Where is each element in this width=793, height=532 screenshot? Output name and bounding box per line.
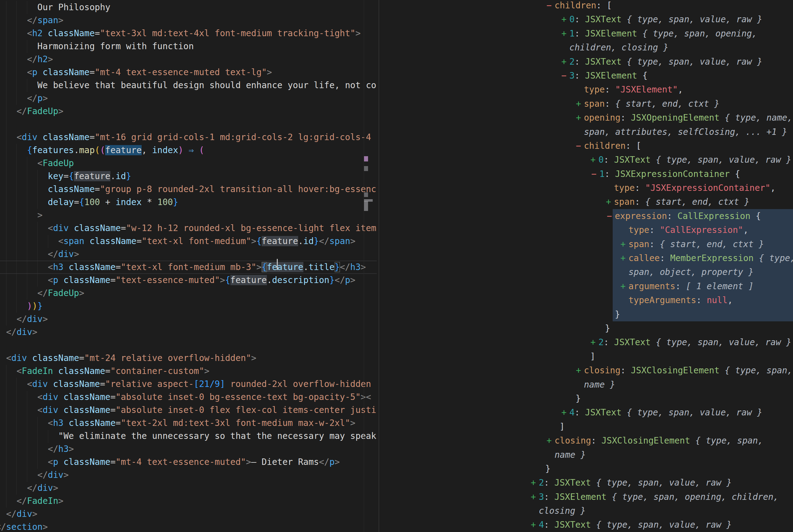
- ast-line-30[interactable]: +4: JSXText { type, span, value, raw }: [379, 405, 793, 419]
- tree-expand-toggle[interactable]: +: [576, 363, 584, 377]
- ast-line-29[interactable]: }: [379, 392, 793, 405]
- ast-line-24[interactable]: }: [379, 321, 793, 335]
- code-line-17[interactable]: >: [0, 209, 377, 222]
- code-line-32[interactable]: <div className="absolute inset-0 flex fl…: [0, 404, 377, 417]
- tree-collapse-toggle[interactable]: −: [591, 167, 599, 181]
- ast-line-selected-20[interactable]: span, object, property }: [379, 265, 793, 279]
- code-editor-content[interactable]: Our Philosophy </span> <h2 className="te…: [0, 0, 377, 532]
- ast-line-selected-21[interactable]: +arguments: [ 1 element ]: [379, 279, 793, 293]
- code-line-4[interactable]: Harmonizing form with function: [0, 40, 377, 53]
- ast-line-selected-18[interactable]: +span: { start, end, ctxt }: [379, 237, 793, 251]
- ast-line-selected-22[interactable]: typeArguments: null,: [379, 293, 793, 307]
- tree-collapse-toggle[interactable]: −: [576, 139, 584, 153]
- tree-expand-toggle[interactable]: +: [591, 153, 598, 167]
- ast-line-25[interactable]: +2: JSXText { type, span, value, raw }: [379, 335, 793, 349]
- tree-expand-toggle[interactable]: +: [620, 279, 628, 293]
- code-line-9[interactable]: </FadeUp>: [0, 105, 377, 118]
- code-line-23[interactable]: </FadeUp>: [0, 287, 377, 300]
- code-line-10[interactable]: [0, 118, 377, 131]
- ast-line-13[interactable]: −1: JSXExpressionContainer {: [379, 167, 793, 181]
- ast-line-selected-19[interactable]: +callee: MemberExpression { type,: [379, 251, 793, 265]
- code-line-12[interactable]: {features.map((feature, index) ⇒ (: [0, 144, 377, 157]
- ast-line-4[interactable]: children, closing }: [379, 40, 793, 54]
- tree-expand-toggle[interactable]: +: [561, 405, 569, 419]
- ast-line-32[interactable]: +closing: JSXClosingElement { type, span…: [379, 434, 793, 448]
- ast-line-7[interactable]: type: "JSXElement",: [379, 82, 793, 96]
- tree-collapse-toggle[interactable]: −: [561, 69, 569, 82]
- code-line-35[interactable]: </h3>: [0, 443, 377, 456]
- tree-expand-toggle[interactable]: +: [591, 335, 598, 349]
- ast-line-8[interactable]: +span: { start, end, ctxt }: [379, 97, 793, 111]
- ast-line-2[interactable]: +0: JSXText { type, span, value, raw }: [379, 12, 793, 26]
- ast-line-selected-17[interactable]: type: "CallExpression",: [379, 223, 793, 237]
- code-line-40[interactable]: </div>: [0, 508, 377, 520]
- ast-line-1[interactable]: −children: [: [379, 0, 793, 12]
- tree-expand-toggle[interactable]: +: [620, 237, 628, 251]
- current-line[interactable]: <h3 className="text-xl font-medium mb-3"…: [0, 261, 377, 274]
- ast-line-9[interactable]: +opening: JSXOpeningElement { type, name…: [379, 111, 793, 125]
- ast-line-11[interactable]: −children: [: [379, 139, 793, 153]
- ast-line-33[interactable]: name }: [379, 448, 793, 462]
- code-line-18[interactable]: <div className="w-12 h-12 rounded-xl bg-…: [0, 222, 377, 235]
- code-line-20[interactable]: </div>: [0, 248, 377, 261]
- code-line-29[interactable]: <FadeIn className="container-custom">: [0, 365, 377, 378]
- tree-collapse-toggle[interactable]: −: [607, 209, 615, 223]
- ast-line-6[interactable]: −3: JSXElement {: [379, 69, 793, 82]
- code-line-11[interactable]: <div className="mt-16 grid grid-cols-1 m…: [0, 131, 377, 144]
- ast-tree-pane[interactable]: −children: [+0: JSXText { type, span, va…: [379, 0, 793, 532]
- ast-line-12[interactable]: +0: JSXText { type, span, value, raw }: [379, 153, 793, 167]
- ast-line-26[interactable]: ]: [379, 349, 793, 363]
- tree-expand-toggle[interactable]: +: [531, 518, 539, 532]
- tree-expand-toggle[interactable]: +: [576, 111, 584, 125]
- ast-line-36[interactable]: +3: JSXElement { type, span, opening, ch…: [379, 490, 793, 504]
- ast-line-3[interactable]: +1: JSXElement { type, span, opening,: [379, 26, 793, 40]
- ast-line-14[interactable]: type: "JSXExpressionContainer",: [379, 181, 793, 195]
- ast-line-27[interactable]: +closing: JSXClosingElement { type, span…: [379, 363, 793, 377]
- tree-expand-toggle[interactable]: +: [606, 195, 614, 209]
- ast-line-34[interactable]: }: [379, 462, 793, 476]
- tree-expand-toggle[interactable]: +: [576, 97, 584, 111]
- code-line-28[interactable]: <div className="mt-24 relative overflow-…: [0, 352, 377, 365]
- ast-line-38[interactable]: +4: JSXText { type, span, value, raw }: [379, 518, 793, 532]
- code-line-33[interactable]: <h3 className="text-2xl md:text-3xl font…: [0, 417, 377, 430]
- code-line-27[interactable]: [0, 339, 377, 352]
- code-line-5[interactable]: </h2>: [0, 53, 377, 66]
- code-line-41[interactable]: </section>: [0, 520, 377, 532]
- code-line-25[interactable]: </div>: [0, 313, 377, 326]
- code-line-13[interactable]: <FadeUp: [0, 157, 377, 170]
- code-line-30[interactable]: <div className="relative aspect-[21/9] r…: [0, 378, 377, 391]
- ast-line-31[interactable]: ]: [379, 420, 793, 434]
- code-editor-pane[interactable]: Our Philosophy </span> <h2 className="te…: [0, 0, 379, 532]
- code-line-2[interactable]: </span>: [0, 14, 377, 27]
- code-line-19[interactable]: <span className="text-xl font-medium">{f…: [0, 235, 377, 248]
- code-line-16[interactable]: delay={100 + index * 100}: [0, 196, 377, 209]
- code-line-6[interactable]: <p className="mt-4 text-essence-muted te…: [0, 66, 377, 79]
- code-line-26[interactable]: </div>: [0, 326, 377, 339]
- code-line-3[interactable]: <h2 className="text-3xl md:text-4xl font…: [0, 27, 377, 40]
- ast-line-15[interactable]: +span: { start, end, ctxt }: [379, 195, 793, 209]
- tree-expand-toggle[interactable]: +: [561, 55, 569, 69]
- code-line-15[interactable]: className="group p-8 rounded-2xl transit…: [0, 183, 377, 196]
- tree-expand-toggle[interactable]: +: [561, 12, 569, 26]
- code-line-1[interactable]: Our Philosophy: [0, 1, 377, 14]
- tree-expand-toggle[interactable]: +: [561, 26, 569, 40]
- code-line-24[interactable]: ))}: [0, 300, 377, 313]
- ast-line-28[interactable]: name }: [379, 378, 793, 392]
- code-line-14[interactable]: key={feature.id}: [0, 170, 377, 183]
- tree-expand-toggle[interactable]: +: [531, 476, 539, 490]
- ast-line-10[interactable]: span, attributes, selfClosing, ... +1 }: [379, 125, 793, 139]
- ast-line-selected-16[interactable]: −expression: CallExpression {: [379, 209, 793, 223]
- tree-collapse-toggle[interactable]: −: [546, 0, 555, 12]
- ast-line-selected-23[interactable]: }: [379, 307, 793, 321]
- code-line-38[interactable]: </div>: [0, 481, 377, 495]
- tree-expand-toggle[interactable]: +: [531, 490, 539, 504]
- tree-expand-toggle[interactable]: +: [620, 251, 628, 265]
- code-line-31[interactable]: <div className="absolute inset-0 bg-esse…: [0, 391, 377, 404]
- code-line-22[interactable]: <p className="text-essence-muted">{featu…: [0, 274, 377, 287]
- code-line-8[interactable]: </p>: [0, 92, 377, 105]
- overview-ruler[interactable]: [364, 0, 364, 532]
- ast-line-37[interactable]: closing }: [379, 504, 793, 518]
- code-line-36[interactable]: <p className="mt-4 text-essence-muted">—…: [0, 456, 377, 469]
- code-line-34[interactable]: "We eliminate the unnecessary so that th…: [0, 430, 377, 443]
- ast-line-5[interactable]: +2: JSXText { type, span, value, raw }: [379, 55, 793, 69]
